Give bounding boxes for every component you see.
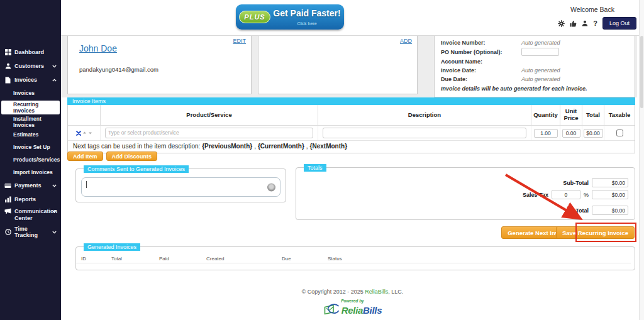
sidebar-subitem-products-services[interactable]: Products/Services (0, 153, 61, 166)
sidebar-item-payments[interactable]: Payments (0, 179, 61, 192)
add-item-button[interactable]: Add Item (67, 152, 103, 161)
banner-headline: Get Paid Faster! (272, 8, 341, 18)
sidebar-item-label: Payments (14, 182, 42, 189)
sidebar-subitem-invoice-set-up[interactable]: Invoice Set Up (0, 141, 61, 153)
sidebar-subitem-label: Products/Services (13, 157, 60, 163)
po-number-label: PO Number (Optional): (441, 49, 521, 55)
comment-circle-icon[interactable] (267, 183, 275, 191)
customer-card: EDIT John Doe pandakyung0414@gmail.com (67, 36, 252, 94)
sidebar-subitem-estimates[interactable]: Estimates (0, 128, 61, 141)
due-date-value: Auto generated (521, 76, 560, 82)
generated-invoices-title: Generated Invoices (84, 243, 140, 251)
customer-email: pandakyung0414@gmail.com (79, 66, 158, 73)
sidebar-item-communication-center[interactable]: Communication Center (0, 206, 61, 225)
column-description: Description (318, 105, 531, 125)
sidebar-item-label: Invoices (14, 77, 37, 83)
total-value[interactable] (592, 206, 628, 215)
sidebar-subitem-label: Recurring Invoices (13, 101, 60, 114)
top-header: PLUS Get Paid Faster! Click here Welcome… (61, 0, 644, 36)
edit-customer-link[interactable]: EDIT (233, 38, 246, 44)
sales-tax-rate-input[interactable] (552, 190, 580, 199)
sidebar-subitem-import-invoices[interactable]: Import Invoices (0, 166, 61, 179)
unit-price-cell (560, 126, 582, 140)
invoice-date-value: Auto generated (521, 67, 560, 74)
sidebar-subitem-label: Import Invoices (13, 169, 53, 175)
sales-tax-amount-value[interactable] (592, 190, 628, 199)
tag-current-month: {CurrentMonth} (258, 143, 304, 150)
reliabills-link[interactable]: ReliaBills (365, 289, 388, 295)
items-table-header-row: Product/Service Description Quantity Uni… (68, 105, 635, 126)
sidebar-subitem-label: Invoices (13, 90, 35, 96)
customer-name-link[interactable]: John Doe (79, 43, 117, 53)
po-number-input[interactable] (521, 48, 559, 56)
user-profile-icon[interactable] (582, 20, 588, 26)
account-name-row: Account Name: (441, 58, 628, 65)
vertical-scrollbar[interactable] (639, 0, 644, 320)
chevron-down-icon (52, 65, 57, 68)
sales-tax-row: Sales Tax % (523, 190, 628, 199)
column-taxable: Taxable (604, 105, 635, 125)
reliabills-logo[interactable]: ReliaBills (61, 304, 644, 316)
reports-chart-icon (4, 196, 11, 202)
dashboard-grid-icon (4, 49, 11, 55)
unit-price-input[interactable] (562, 129, 580, 138)
comments-textarea[interactable] (81, 177, 280, 197)
app-window: Dashboard Customers Invoices Invoices Re… (0, 0, 644, 320)
settings-gear-icon[interactable] (558, 20, 565, 27)
text-cursor (86, 181, 87, 188)
quantity-input[interactable] (534, 129, 558, 138)
row-actions-column (68, 105, 100, 125)
promo-banner[interactable]: PLUS Get Paid Faster! Click here (236, 4, 344, 30)
move-row-down-icon[interactable] (88, 131, 92, 135)
copyright-prefix: © Copyright 2012 - 2025 (302, 289, 365, 295)
sidebar-subitem-invoices[interactable]: Invoices (0, 87, 61, 99)
banner-click-here-link[interactable]: Click here (272, 21, 341, 26)
column-paid: Paid (159, 256, 206, 262)
sidebar-item-label: Dashboard (14, 49, 44, 55)
user-area: Welcome Back ? Log Out (548, 6, 636, 30)
page-footer: © Copyright 2012 - 2025 ReliaBills, LLC.… (61, 289, 644, 316)
sidebar-item-customers[interactable]: Customers (0, 59, 61, 73)
invoice-number-value: Auto generated (521, 40, 560, 46)
invoice-items-table: Product/Service Description Quantity Uni… (67, 105, 635, 153)
save-recurring-invoice-button[interactable]: Save Recurring Invoice (556, 226, 635, 239)
sidebar-item-dashboard[interactable]: Dashboard (0, 45, 61, 59)
due-date-label: Due Date: (441, 76, 521, 82)
item-actions: Add Item Add Discounts (67, 152, 157, 161)
sidebar-subitem-recurring-invoices[interactable]: Recurring Invoices (1, 101, 60, 114)
copyright-suffix: , LLC. (388, 289, 403, 295)
tag-previous-month: {PreviousMonth} (202, 143, 252, 150)
thumbs-up-icon[interactable] (570, 20, 577, 27)
sidebar-item-invoices[interactable]: Invoices (0, 73, 61, 87)
quantity-cell (531, 126, 560, 140)
add-link[interactable]: ADD (400, 38, 412, 44)
sidebar-subitem-label: Estimates (13, 131, 38, 138)
sidebar-item-reports[interactable]: Reports (0, 192, 61, 206)
totals-section: Totals Sub-Total Sales Tax % Total (296, 167, 635, 220)
product-service-input[interactable] (105, 128, 313, 138)
po-number-row: PO Number (Optional): (441, 48, 628, 56)
tag-separator: , (306, 143, 308, 150)
sidebar-item-label: Communication Center (14, 208, 48, 223)
sub-total-label: Sub-Total (563, 180, 589, 186)
scrollbar-thumb[interactable] (640, 36, 643, 108)
megaphone-icon (4, 208, 11, 214)
generated-invoices-header-row: ID Total Paid Created Due Status (76, 254, 631, 263)
sidebar-item-time-tracking[interactable]: Time Tracking (0, 225, 61, 239)
sub-total-value[interactable] (592, 178, 628, 187)
invoices-file-icon (4, 77, 11, 84)
description-input[interactable] (323, 128, 526, 138)
help-icon[interactable]: ? (593, 20, 597, 27)
total-cell (582, 126, 604, 140)
logout-button[interactable]: Log Out (602, 17, 636, 30)
add-discounts-button[interactable]: Add Discounts (106, 152, 158, 161)
taxable-checkbox[interactable] (616, 130, 623, 136)
account-name-label: Account Name: (441, 58, 521, 65)
sidebar-subitem-installment-invoices[interactable]: Installment Invoices (0, 116, 61, 128)
move-row-up-icon[interactable] (82, 131, 87, 135)
line-total-input[interactable] (584, 129, 603, 138)
column-id: ID (81, 256, 111, 262)
delete-row-icon[interactable] (76, 131, 81, 136)
column-created: Created (206, 256, 282, 262)
generated-invoices-section: Generated Invoices ID Total Paid Created… (75, 246, 635, 270)
